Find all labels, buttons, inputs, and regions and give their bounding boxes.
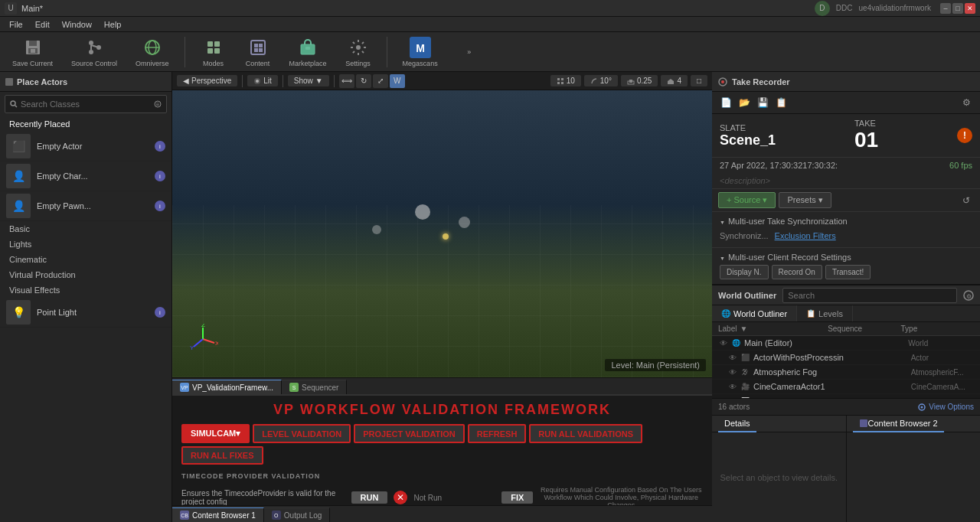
sequencer-tab-label: Sequencer xyxy=(302,383,338,392)
menu-window[interactable]: Window xyxy=(56,18,98,31)
tab-sequencer[interactable]: S Sequencer xyxy=(282,380,347,394)
cb-content xyxy=(847,432,981,522)
angle-snap-button[interactable]: 10° xyxy=(584,75,618,86)
source-control-button[interactable]: Source Control xyxy=(65,34,123,70)
actor-empty-actor-info-icon[interactable]: i xyxy=(155,141,165,152)
timecode-run-button[interactable]: RUN xyxy=(351,491,388,504)
maximize-button[interactable]: □ xyxy=(952,3,963,14)
category-recently-placed[interactable]: Recently Placed xyxy=(0,116,172,132)
visibility-icon[interactable]: 👁 xyxy=(727,381,738,392)
display-n-button[interactable]: Display N. xyxy=(720,265,769,279)
lit-button[interactable]: Lit xyxy=(247,75,278,86)
wo-item[interactable]: 👁 ⬛ ActorWithPostProcessin Actor xyxy=(712,351,980,365)
sync-collapse-icon[interactable] xyxy=(720,217,725,226)
show-button[interactable]: Show ▼ xyxy=(288,75,329,86)
category-lights[interactable]: Lights xyxy=(0,237,172,252)
minimize-button[interactable]: – xyxy=(940,3,951,14)
record-on-button[interactable]: Record On xyxy=(772,265,822,279)
wo-item[interactable]: 👁 🎥 CineCameraActor1 CineCameraA... xyxy=(712,380,980,394)
wo-list[interactable]: 👁 🌐 Main (Editor) World 👁 ⬛ ActorWithPos… xyxy=(712,336,980,398)
presets-button[interactable]: Presets ▾ xyxy=(779,192,831,208)
perspective-button[interactable]: ◀ Perspective xyxy=(177,75,237,86)
actor-empty-actor[interactable]: ⬛ Empty Actor i xyxy=(0,132,172,161)
wo-col-seq-header[interactable]: Sequence xyxy=(828,325,900,333)
actor-point-light-info-icon[interactable]: i xyxy=(155,307,165,318)
category-virtual-production[interactable]: Virtual Production xyxy=(0,267,172,282)
actor-empty-pawn-info: Empty Pawn... xyxy=(37,201,149,210)
tr-saveas-button[interactable]: 📋 xyxy=(773,95,789,110)
window-controls[interactable]: – □ ✕ xyxy=(940,3,975,14)
run-all-fixes-button[interactable]: RUN ALL FIXES xyxy=(181,446,263,465)
category-cinematic[interactable]: Cinematic xyxy=(0,252,172,267)
wo-item[interactable]: 👁 🌫 Atmospheric Fog AtmosphericF... xyxy=(712,365,980,380)
svg-point-32 xyxy=(256,80,259,83)
wo-col-label-header[interactable]: Label ▼ xyxy=(718,325,828,333)
project-validation-button[interactable]: PROJECT VALIDATION xyxy=(354,424,465,443)
tr-save-button[interactable]: 💾 xyxy=(755,95,770,110)
marketplace-button[interactable]: Marketplace xyxy=(283,34,333,70)
refresh-button[interactable]: REFRESH xyxy=(468,424,527,443)
search-classes-input[interactable] xyxy=(21,100,151,109)
wo-search-input[interactable] xyxy=(788,291,952,300)
menu-help[interactable]: Help xyxy=(98,18,128,31)
visibility-icon[interactable]: 👁 xyxy=(727,367,738,377)
wo-settings-icon[interactable]: ⚙ xyxy=(963,290,974,301)
world-button[interactable]: W xyxy=(390,74,405,88)
level-validation-button[interactable]: LEVEL VALIDATION xyxy=(253,424,351,443)
megascans-button[interactable]: M Megascans xyxy=(397,34,444,70)
camera-speed-button[interactable]: 4 xyxy=(661,75,688,86)
add-source-button[interactable]: + Source ▾ xyxy=(718,192,776,208)
menu-edit[interactable]: Edit xyxy=(29,18,56,31)
snap-grid-button[interactable]: 10 xyxy=(550,75,581,86)
exclusion-filters-link[interactable]: Exclusion Filters xyxy=(775,231,836,240)
world-outliner-tab[interactable]: 🌐 World Outliner xyxy=(712,305,797,321)
simulcam-button[interactable]: SIMULCAM▾ xyxy=(181,424,250,443)
details-tab[interactable]: Details xyxy=(718,416,756,432)
wo-item[interactable]: 👁 🌐 Main (Editor) World xyxy=(712,336,980,351)
timecode-fix-button[interactable]: FIX xyxy=(501,491,533,504)
omniverse-button[interactable]: Omniverse xyxy=(129,34,175,70)
svg-line-41 xyxy=(194,339,203,347)
viewport-3d-container[interactable]: X Z Y Level: Main (Persistent) xyxy=(172,90,712,377)
content-browser-2-tab[interactable]: Content Browser 2 xyxy=(853,416,944,432)
translate-button[interactable]: ⟺ xyxy=(339,74,354,88)
transact-button[interactable]: Transact! xyxy=(825,265,871,279)
record-settings-collapse-icon[interactable] xyxy=(720,253,725,262)
show-label: Show xyxy=(294,77,313,85)
more-button[interactable]: » xyxy=(450,45,488,59)
actor-empty-char-info-icon[interactable]: i xyxy=(155,171,165,181)
category-basic[interactable]: Basic xyxy=(0,221,172,237)
wo-tab-icon: 🌐 xyxy=(721,309,730,318)
category-visual-effects[interactable]: Visual Effects xyxy=(0,282,172,298)
rotate-button[interactable]: ↻ xyxy=(356,74,371,88)
tr-settings-button[interactable]: ⚙ xyxy=(959,95,974,110)
actor-empty-char[interactable]: 👤 Empty Char... i xyxy=(0,161,172,191)
levels-tab[interactable]: 📋 Levels xyxy=(797,305,853,321)
save-current-button[interactable]: Save Current xyxy=(6,34,59,70)
close-button[interactable]: ✕ xyxy=(965,3,975,14)
scale-snap-button[interactable]: 0.25 xyxy=(621,75,658,86)
actor-empty-pawn-info-icon[interactable]: i xyxy=(155,201,165,211)
tr-open-button[interactable]: 📂 xyxy=(737,95,752,110)
view-options-button[interactable]: View Options xyxy=(918,403,974,411)
tab-vp-validation[interactable]: VP VP_ValidationFramew... xyxy=(172,380,282,394)
visibility-icon[interactable]: 👁 xyxy=(718,338,729,348)
scale-button[interactable]: ⤢ xyxy=(373,74,388,88)
modes-button[interactable]: Modes xyxy=(194,34,233,70)
take-refresh-button[interactable]: ↺ xyxy=(959,193,974,208)
maximize-viewport-button[interactable]: □ xyxy=(691,75,707,86)
tab-content-browser-1[interactable]: CB Content Browser 1 xyxy=(172,507,264,522)
tab-output-log[interactable]: O Output Log xyxy=(264,507,330,522)
svg-rect-1 xyxy=(29,41,37,46)
actor-point-light[interactable]: 💡 Point Light i xyxy=(0,298,172,328)
visibility-icon[interactable]: 👁 xyxy=(727,352,738,363)
wo-col-type-header[interactable]: Type xyxy=(901,325,974,333)
actor-empty-pawn[interactable]: 👤 Empty Pawn... i xyxy=(0,191,172,221)
content-button[interactable]: Content xyxy=(239,34,277,70)
menu-file[interactable]: File xyxy=(3,18,29,31)
run-all-validations-button[interactable]: RUN ALL VALIDATIONS xyxy=(529,424,642,443)
svg-rect-34 xyxy=(561,78,564,80)
search-settings-icon: ≡ xyxy=(154,100,162,108)
settings-button[interactable]: Settings xyxy=(339,34,377,70)
tr-new-button[interactable]: 📄 xyxy=(718,95,733,110)
